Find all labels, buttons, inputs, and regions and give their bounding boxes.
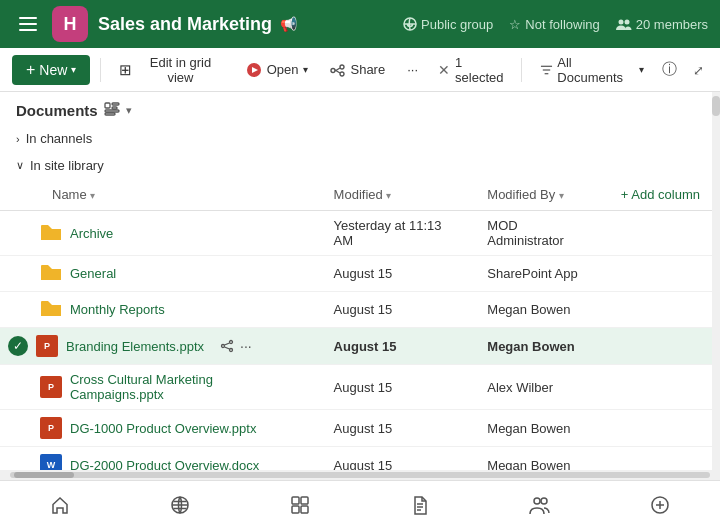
nav-grid[interactable] xyxy=(240,481,360,528)
in-channels-chevron-icon: › xyxy=(16,133,20,145)
expand-button[interactable]: ⤢ xyxy=(689,57,708,82)
file-name[interactable]: Branding Elements.pptx xyxy=(66,339,204,354)
docs-chevron-icon[interactable]: ▾ xyxy=(126,104,132,117)
file-name[interactable]: Archive xyxy=(70,226,113,241)
table-row[interactable]: Monthly ReportsAugust 15Megan Bowen xyxy=(0,292,712,328)
modified-by-cell: Megan Bowen xyxy=(475,292,609,328)
deselect-button[interactable]: ✕ xyxy=(438,62,450,78)
pptx-icon: P xyxy=(40,417,62,439)
nav-file[interactable] xyxy=(360,481,480,528)
table-row[interactable]: PCross Cultural Marketing Campaigns.pptx… xyxy=(0,365,712,410)
svg-rect-14 xyxy=(105,110,119,112)
bottom-nav xyxy=(0,480,720,528)
in-site-library-chevron-icon: ∨ xyxy=(16,159,24,172)
in-site-library-label: In site library xyxy=(30,158,104,173)
star-icon: ☆ xyxy=(509,17,521,32)
pptx-icon: P xyxy=(40,376,62,398)
add-col-cell xyxy=(609,328,712,365)
file-name[interactable]: DG-1000 Product Overview.pptx xyxy=(70,421,256,436)
name-cell: WDG-2000 Product Overview.docx xyxy=(8,454,310,470)
docx-icon: W xyxy=(40,454,62,470)
follow-item[interactable]: ☆ Not following xyxy=(509,17,599,32)
globe-icon xyxy=(170,495,190,515)
file-name[interactable]: Monthly Reports xyxy=(70,302,165,317)
hamburger-button[interactable] xyxy=(12,8,44,40)
svg-rect-11 xyxy=(105,103,110,108)
all-documents-button[interactable]: All Documents ▾ xyxy=(534,51,650,89)
modified-cell: Yesterday at 11:13 AM xyxy=(322,211,476,256)
new-button[interactable]: + New ▾ xyxy=(12,55,90,85)
nav-globe[interactable] xyxy=(120,481,240,528)
name-sort-icon: ▾ xyxy=(90,190,95,201)
open-label: Open xyxy=(267,62,299,77)
table-row[interactable]: ArchiveYesterday at 11:13 AMMOD Administ… xyxy=(0,211,712,256)
modified-by-cell: Alex Wilber xyxy=(475,365,609,410)
modified-cell: August 15 xyxy=(322,447,476,471)
nav-home[interactable] xyxy=(0,481,120,528)
selected-count-label: 1 selected xyxy=(455,55,509,85)
pptx-icon: P xyxy=(40,376,62,398)
info-button[interactable]: ⓘ xyxy=(658,56,681,83)
open-chevron-icon: ▾ xyxy=(303,64,308,75)
all-docs-label: All Documents xyxy=(557,55,635,85)
people-icon xyxy=(529,496,551,514)
chevron-down-icon: ▾ xyxy=(71,64,76,75)
nav-people[interactable] xyxy=(480,481,600,528)
svg-line-20 xyxy=(225,347,230,349)
members-item[interactable]: 20 members xyxy=(616,17,708,32)
not-following-label: Not following xyxy=(525,17,599,32)
app-logo: H xyxy=(52,6,88,42)
file-name[interactable]: General xyxy=(70,266,116,281)
svg-rect-23 xyxy=(301,497,308,504)
docs-title: Documents xyxy=(16,102,98,119)
svg-point-29 xyxy=(534,498,540,504)
add-column-header[interactable]: + Add column xyxy=(609,179,712,211)
file-name[interactable]: Cross Cultural Marketing Campaigns.pptx xyxy=(70,372,310,402)
modified-column-header[interactable]: Modified ▾ xyxy=(322,179,476,211)
pptx-icon: P xyxy=(40,417,62,439)
share-row-icon[interactable] xyxy=(220,339,234,353)
open-icon xyxy=(246,62,262,78)
horizontal-scrollbar[interactable] xyxy=(0,470,720,480)
share-button[interactable]: Share xyxy=(322,58,393,81)
file-table: Name ▾ Modified ▾ Modified By ▾ + Add co… xyxy=(0,179,712,470)
docs-view-icon[interactable] xyxy=(104,102,120,119)
content-area: Documents ▾ › In channels ∨ In site libr… xyxy=(0,92,720,470)
pptx-icon: P xyxy=(36,335,58,357)
more-button[interactable]: ··· xyxy=(399,58,426,81)
table-row[interactable]: PDG-1000 Product Overview.pptxAugust 15M… xyxy=(0,410,712,447)
h-scroll-thumb[interactable] xyxy=(14,472,74,478)
more-icon: ··· xyxy=(407,62,418,77)
app-header: H Sales and Marketing 📢 Public group ☆ N… xyxy=(0,0,720,48)
add-col-cell xyxy=(609,410,712,447)
table-row[interactable]: GeneralAugust 15SharePoint App xyxy=(0,256,712,292)
modified-cell: August 15 xyxy=(322,292,476,328)
toolbar-right: ✕ 1 selected All Documents ▾ ⓘ ⤢ xyxy=(438,51,708,89)
vertical-scrollbar[interactable] xyxy=(712,92,720,470)
table-row[interactable]: ✓PBranding Elements.pptx ··· August 15Me… xyxy=(0,328,712,365)
public-group-item[interactable]: Public group xyxy=(403,17,493,32)
more-row-icon[interactable]: ··· xyxy=(240,338,252,354)
in-site-library-section[interactable]: ∨ In site library xyxy=(0,152,712,179)
name-cell: PCross Cultural Marketing Campaigns.pptx xyxy=(8,372,310,402)
h-scroll-track[interactable] xyxy=(10,472,710,478)
modified-by-cell: MOD Administrator xyxy=(475,211,609,256)
header-meta: Public group ☆ Not following 20 members xyxy=(403,17,708,32)
grid-icon xyxy=(290,495,310,515)
row-actions: ··· xyxy=(220,338,252,354)
edit-grid-button[interactable]: ⊞ Edit in grid view xyxy=(111,51,231,89)
open-button[interactable]: Open ▾ xyxy=(238,58,317,82)
members-label: 20 members xyxy=(636,17,708,32)
toolbar-sep-2 xyxy=(521,58,522,82)
name-column-header[interactable]: Name ▾ xyxy=(0,179,322,211)
in-channels-section[interactable]: › In channels xyxy=(0,125,712,152)
table-row[interactable]: WDG-2000 Product Overview.docxAugust 15M… xyxy=(0,447,712,471)
speaker-icon: 📢 xyxy=(280,16,297,32)
selected-badge: ✕ 1 selected xyxy=(438,55,509,85)
file-name[interactable]: DG-2000 Product Overview.docx xyxy=(70,458,259,471)
main-panel: Documents ▾ › In channels ∨ In site libr… xyxy=(0,92,712,470)
modified-by-column-header[interactable]: Modified By ▾ xyxy=(475,179,609,211)
modified-by-cell: SharePoint App xyxy=(475,256,609,292)
nav-add[interactable] xyxy=(600,481,720,528)
svg-rect-22 xyxy=(292,497,299,504)
